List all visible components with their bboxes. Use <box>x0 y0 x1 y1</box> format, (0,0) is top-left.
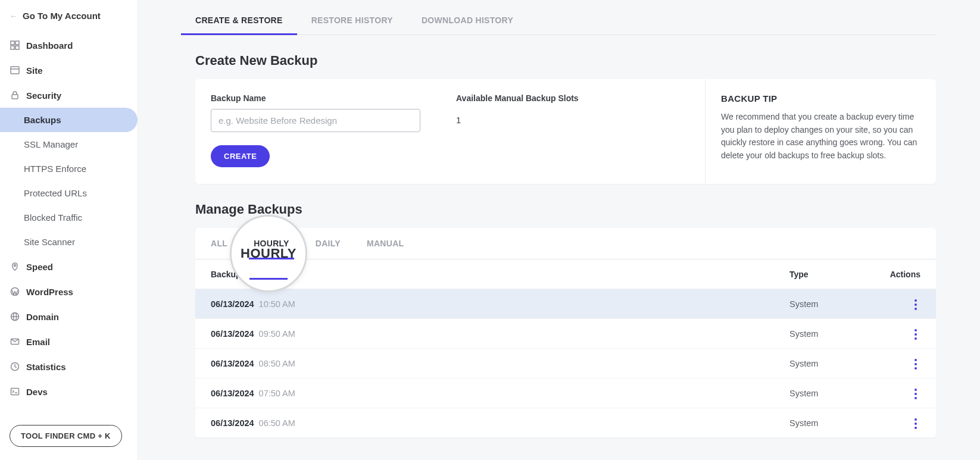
tab-download-history[interactable]: DOWNLOAD HISTORY <box>422 7 513 35</box>
col-type: Type <box>789 270 873 279</box>
row-time: 06:50 AM <box>257 418 295 428</box>
subnav-item-backups[interactable]: Backups <box>0 108 138 132</box>
subnav-item-blocked-traffic[interactable]: Blocked Traffic <box>0 205 138 230</box>
globe-icon <box>10 311 20 322</box>
filter-tab-all[interactable]: ALL <box>211 228 227 259</box>
filter-tabs: ALL HOURLY DAILY MANUAL <box>195 228 936 259</box>
row-date: 06/13/2024 <box>211 389 254 398</box>
tool-finder-button[interactable]: TOOL FINDER CMD + K <box>10 425 122 447</box>
row-type: System <box>789 418 873 428</box>
create-button[interactable]: CREATE <box>211 145 270 167</box>
row-actions-menu[interactable] <box>911 355 920 373</box>
row-actions-menu[interactable] <box>911 385 920 403</box>
sidebar-item-speed[interactable]: Speed <box>0 254 138 279</box>
sidebar-item-statistics[interactable]: Statistics <box>0 354 138 379</box>
svg-rect-14 <box>11 389 19 395</box>
tab-create-restore[interactable]: CREATE & RESTORE <box>195 7 283 35</box>
tip-title: BACKUP TIP <box>721 93 920 104</box>
table-row[interactable]: 06/13/2024 10:50 AMSystem <box>195 289 936 319</box>
row-actions-menu[interactable] <box>911 296 920 314</box>
backup-name-input[interactable] <box>211 109 420 132</box>
sidebar-item-label: Dashboard <box>26 40 73 51</box>
sidebar-footer: TOOL FINDER CMD + K <box>0 414 138 460</box>
sidebar-item-wordpress[interactable]: WordPress <box>0 279 138 304</box>
manage-backups-card: HOURLY ALL HOURLY DAILY MANUAL Backup Ty… <box>195 228 936 438</box>
manage-backups-heading: Manage Backups <box>195 202 936 217</box>
slots-value: 1 <box>456 109 579 125</box>
sidebar-item-email[interactable]: Email <box>0 329 138 354</box>
sidebar-item-domain[interactable]: Domain <box>0 304 138 329</box>
subnav-item-https-enforce[interactable]: HTTPS Enforce <box>0 157 138 181</box>
row-date: 06/13/2024 <box>211 418 254 428</box>
col-actions: Actions <box>873 270 920 279</box>
col-backup: Backup <box>211 270 789 279</box>
row-date: 06/13/2024 <box>211 359 254 368</box>
sidebar-item-devs[interactable]: Devs <box>0 379 138 404</box>
mail-icon <box>10 336 20 347</box>
filter-tab-daily[interactable]: DAILY <box>316 228 341 259</box>
backup-name-label: Backup Name <box>211 93 420 103</box>
go-to-account-link[interactable]: ← Go To My Account <box>0 5 138 27</box>
slots-label: Available Manual Backup Slots <box>456 93 579 103</box>
sidebar-item-label: Site <box>26 65 43 76</box>
subnav-item-protected-urls[interactable]: Protected URLs <box>0 181 138 205</box>
sidebar-item-label: Security <box>26 90 61 101</box>
tip-text: We recommend that you create a backup ev… <box>721 111 920 162</box>
sidebar-item-label: Domain <box>26 312 59 322</box>
sidebar: ← Go To My Account Dashboard Site Securi… <box>0 0 138 460</box>
table-row[interactable]: 06/13/2024 08:50 AMSystem <box>195 349 936 378</box>
tab-restore-history[interactable]: RESTORE HISTORY <box>311 7 393 35</box>
sidebar-item-label: Speed <box>26 262 53 272</box>
rocket-icon <box>10 261 20 272</box>
security-subnav: Backups SSL Manager HTTPS Enforce Protec… <box>0 108 138 254</box>
sidebar-item-security[interactable]: Security <box>0 83 138 108</box>
wordpress-icon <box>10 286 20 297</box>
svg-rect-6 <box>12 95 18 99</box>
arrow-left-icon: ← <box>10 11 18 21</box>
sidebar-nav: Dashboard Site Security Backups SSL Mana… <box>0 33 138 404</box>
row-actions-menu[interactable] <box>911 415 920 433</box>
row-type: System <box>789 329 873 339</box>
sidebar-item-label: Email <box>26 337 50 347</box>
row-date: 06/13/2024 <box>211 329 254 339</box>
row-type: System <box>789 389 873 398</box>
sidebar-item-label: WordPress <box>26 287 73 297</box>
sidebar-item-label: Statistics <box>26 362 66 372</box>
top-tabs: CREATE & RESTORE RESTORE HISTORY DOWNLOA… <box>195 7 936 35</box>
svg-point-7 <box>14 265 16 267</box>
grid-icon <box>10 40 20 51</box>
svg-rect-3 <box>15 46 19 49</box>
row-type: System <box>789 299 873 309</box>
row-time: 10:50 AM <box>257 299 295 309</box>
row-time: 08:50 AM <box>257 359 295 368</box>
sidebar-item-dashboard[interactable]: Dashboard <box>0 33 138 58</box>
row-time: 09:50 AM <box>257 329 295 339</box>
sidebar-item-site[interactable]: Site <box>0 58 138 83</box>
create-backup-form: Backup Name Available Manual Backup Slot… <box>195 79 705 184</box>
row-date: 06/13/2024 <box>211 299 254 309</box>
subnav-item-ssl-manager[interactable]: SSL Manager <box>0 132 138 157</box>
table-row[interactable]: 06/13/2024 06:50 AMSystem <box>195 408 936 438</box>
table-body: 06/13/2024 10:50 AMSystem06/13/2024 09:5… <box>195 289 936 438</box>
window-icon <box>10 65 20 76</box>
sidebar-item-label: Devs <box>26 387 48 397</box>
main-content: CREATE & RESTORE RESTORE HISTORY DOWNLOA… <box>138 0 980 460</box>
table-row[interactable]: 06/13/2024 09:50 AMSystem <box>195 319 936 349</box>
backup-tip-panel: BACKUP TIP We recommend that you create … <box>705 79 936 184</box>
clock-icon <box>10 361 20 372</box>
create-backup-card: Backup Name Available Manual Backup Slot… <box>195 79 936 184</box>
table-row[interactable]: 06/13/2024 07:50 AMSystem <box>195 378 936 408</box>
lock-icon <box>10 90 20 101</box>
row-type: System <box>789 359 873 368</box>
svg-rect-2 <box>11 46 14 49</box>
svg-rect-0 <box>11 41 14 45</box>
filter-tab-manual[interactable]: MANUAL <box>367 228 404 259</box>
go-to-account-label: Go To My Account <box>23 11 101 21</box>
subnav-item-site-scanner[interactable]: Site Scanner <box>0 230 138 254</box>
filter-tab-hourly[interactable]: HOURLY <box>254 228 289 259</box>
svg-rect-1 <box>15 41 19 45</box>
row-actions-menu[interactable] <box>911 326 920 343</box>
terminal-icon <box>10 386 20 397</box>
table-header: Backup Type Actions <box>195 259 936 289</box>
create-backup-heading: Create New Backup <box>195 53 936 68</box>
